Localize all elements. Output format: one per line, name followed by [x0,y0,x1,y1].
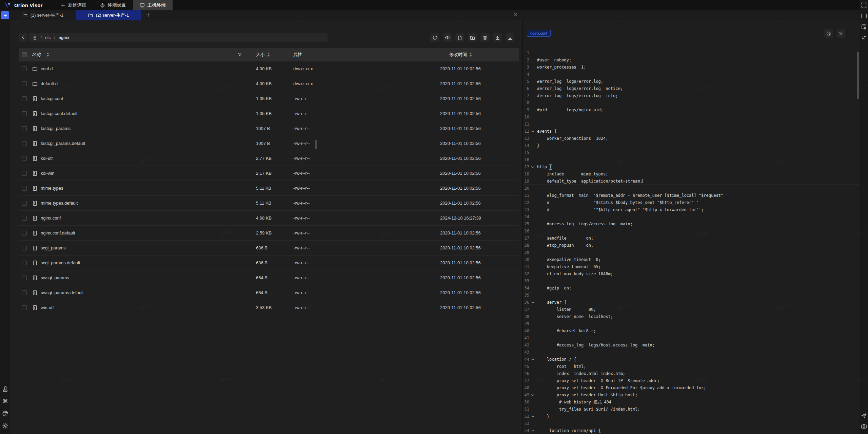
braces-button[interactable]: { } [861,13,867,20]
breadcrumb-segment-nginx[interactable]: nginx [59,35,70,40]
table-row[interactable]: fastcgi_params.default1007 B-rw-r--r--20… [19,136,519,151]
row-checkbox[interactable] [22,290,27,295]
row-checkbox[interactable] [22,231,27,235]
code-line: 29 [523,249,860,256]
palette-button[interactable] [2,410,8,417]
menu-item-host-terminal[interactable]: 主机终端 [133,0,173,10]
table-row[interactable]: fastcgi.conf.default1.05 KB-rw-r--r--202… [19,106,519,121]
cell-size: 636 B [256,241,268,255]
table-row[interactable]: uwsgi_params.default664 B-rw-r--r--2020-… [19,285,519,300]
open-file-tag[interactable]: nginx.conf [527,30,551,37]
code-editor[interactable]: 12#user nobody;3worker_processes 1;45#er… [523,50,860,434]
table-row[interactable]: conf.d4.00 KBdrwxr-xr-x2020-11-01 10:02:… [19,61,519,76]
table-row[interactable]: scgi_params.default636 B-rw-r--r--2020-1… [19,256,519,270]
fold-chevron-down-icon[interactable] [531,129,535,134]
breadcrumb-segment-etc[interactable]: etc [45,35,51,40]
fold-chevron-down-icon[interactable] [531,428,535,434]
fold-chevron-down-icon[interactable] [531,414,535,419]
filter-icon[interactable] [237,52,242,57]
table-row[interactable]: mime.types.default5.11 KB-rw-r--r--2020-… [19,196,519,211]
sort-mtime-icon[interactable] [469,53,472,57]
download-button[interactable] [506,33,514,42]
cell-mtime: 2020-11-01 10:02:56 [440,241,481,255]
file-icon [32,290,38,296]
cell-mtime: 2020-11-01 10:02:56 [440,61,481,76]
back-button[interactable] [19,33,27,42]
row-checkbox[interactable] [22,141,27,146]
code-line: 5#error_log logs/error.log; [523,78,860,85]
doc-bookmark-button[interactable] [861,24,867,31]
table-row[interactable]: fastcgi.conf1.05 KB-rw-r--r--2020-11-01 … [19,91,519,106]
refresh-button[interactable] [430,33,439,42]
fold-chevron-down-icon[interactable] [531,392,535,398]
fullscreen-button[interactable] [861,2,867,9]
upload-button[interactable] [493,33,502,42]
line-number: 24 [523,213,529,221]
table-row[interactable]: default.d4.00 KBdrwxr-xr-x2020-11-01 10:… [19,76,519,91]
row-checkbox[interactable] [22,81,27,86]
camera-button[interactable] [861,423,867,430]
table-row[interactable]: fastcgi_params1007 B-rw-r--r--2020-11-01… [19,121,519,136]
gear-button[interactable] [2,422,8,429]
upload-icon [495,35,500,40]
row-checkbox[interactable] [22,67,27,71]
close-editor-button[interactable] [836,29,845,38]
row-checkbox[interactable] [22,216,27,221]
file-icon [32,201,38,206]
table-row[interactable]: win-utf3.53 KB-rw-r--r--2020-11-01 10:02… [19,300,519,315]
fold-chevron-down-icon[interactable] [531,357,535,362]
close-panel-button[interactable] [512,12,519,19]
row-checkbox[interactable] [22,96,27,101]
new-file-button[interactable] [455,33,464,42]
row-checkbox[interactable] [22,126,27,131]
row-checkbox[interactable] [22,305,27,310]
select-all-checkbox[interactable] [22,52,27,57]
editor-scrollbar[interactable] [857,52,859,99]
row-checkbox[interactable] [22,156,27,161]
code-line: 51 try_files $uri $uri/ /index.html; [523,406,860,413]
row-checkbox[interactable] [22,246,27,250]
row-checkbox[interactable] [22,186,27,191]
code-line: 52 } [523,413,860,420]
fold-chevron-down-icon[interactable] [531,164,535,170]
tab-2[interactable]: (2) server-生产-1 [76,10,141,20]
row-checkbox[interactable] [22,201,27,206]
table-row[interactable]: nginx.conf4.68 KB-rw-r--r--2024-12-10 16… [19,211,519,226]
menu-item-terminal-settings[interactable]: 终端设置 [93,0,133,10]
fold-chevron-down-icon[interactable] [531,300,535,305]
row-checkbox[interactable] [22,276,27,280]
send-button[interactable] [861,412,867,419]
tab-1[interactable]: (1) server-生产-1 [10,10,76,20]
code-text: try_files $uri $uri/ /index.html; [523,406,860,413]
breadcrumb-separator: / [54,35,55,40]
cell-size: 1.05 KB [256,91,272,106]
add-tab-button[interactable] [141,10,155,20]
code-line: 19 default_type application/octet-stream… [523,178,860,185]
splitter-handle[interactable] [315,140,317,149]
new-connection-button[interactable] [1,11,9,19]
breadcrumb[interactable]: / etc / nginx [29,33,328,42]
table-row[interactable]: koi-utf2.77 KB-rw-r--r--2020-11-01 10:02… [19,151,519,166]
command-button[interactable]: ⌘ [2,398,8,405]
table-row[interactable]: mime.types5.11 KB-rw-r--r--2020-11-01 10… [19,181,519,196]
row-checkbox[interactable] [22,171,27,176]
new-folder-button[interactable] [468,33,477,42]
swap-button[interactable] [861,35,867,41]
table-row[interactable]: scgi_params636 B-rw-r--r--2020-11-01 10:… [19,241,519,256]
trash-button[interactable] [480,33,489,42]
stamp-button[interactable] [2,386,8,393]
line-number: 33 [523,278,529,285]
menu-item-new-connection[interactable]: 新建连接 [54,0,93,10]
save-button[interactable] [824,29,833,38]
cell-name: koi-utf [41,156,53,161]
row-checkbox[interactable] [22,261,27,265]
column-header-mtime: 修改时间 [449,52,467,58]
table-row[interactable]: nginx.conf.default2.59 KB-rw-r--r--2020-… [19,226,519,241]
table-row[interactable]: uwsgi_params664 B-rw-r--r--2020-11-01 10… [19,270,519,285]
file-icon [32,230,38,236]
table-row[interactable]: koi-win2.17 KB-rw-r--r--2020-11-01 10:02… [19,166,519,181]
sort-size-icon[interactable] [267,53,270,57]
eye-button[interactable] [443,33,452,42]
sort-name-icon[interactable] [46,53,49,57]
row-checkbox[interactable] [22,111,27,116]
